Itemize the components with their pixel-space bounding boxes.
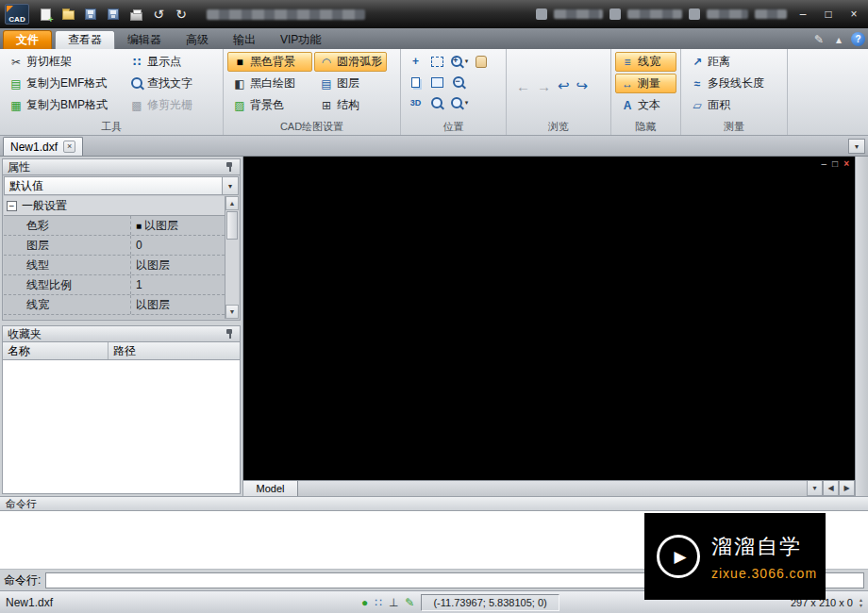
tab-vip[interactable]: VIP功能 — [268, 30, 333, 49]
tab-editor[interactable]: 编辑器 — [115, 30, 174, 49]
tab-advanced[interactable]: 高级 — [174, 30, 221, 49]
zoom-in-button[interactable]: +▾ — [448, 52, 470, 71]
document-tab-label: New1.dxf — [10, 141, 58, 154]
tab-output[interactable]: 输出 — [221, 30, 268, 49]
ribbon-empty-space — [788, 49, 868, 135]
redacted-text — [627, 9, 682, 19]
next-view-button[interactable]: ↪ — [576, 77, 589, 94]
canvas-close-icon[interactable]: × — [843, 158, 849, 170]
distance-button[interactable]: ↗距离 — [685, 52, 783, 72]
tab-list-button[interactable]: ▾ — [848, 139, 865, 154]
tab-viewer[interactable]: 查看器 — [55, 30, 115, 49]
property-group-row[interactable]: − 一般设置 — [4, 196, 225, 216]
tab-close-icon[interactable]: × — [63, 141, 75, 153]
horizontal-scrollbar[interactable] — [298, 481, 807, 496]
osnap-icon[interactable]: ● — [361, 596, 368, 609]
pencil-icon[interactable]: ✎ — [811, 33, 826, 46]
favorites-list[interactable] — [3, 360, 240, 493]
bw-drawing-button[interactable]: ◧黑白绘图 — [227, 74, 312, 93]
pin-icon[interactable] — [225, 328, 235, 340]
minimize-button[interactable]: – — [793, 6, 812, 23]
chevron-down-icon[interactable]: ▾ — [222, 177, 238, 194]
collapse-icon[interactable]: − — [7, 201, 17, 211]
save-disk-icon — [85, 8, 96, 20]
layers-button[interactable]: ▤图层 — [314, 74, 387, 93]
lineweight-toggle-button[interactable]: ≡线宽 — [615, 52, 676, 72]
ortho-icon[interactable]: ⊥ — [389, 596, 398, 609]
close-button[interactable]: × — [844, 6, 863, 23]
orbit-3d-button[interactable]: 3D — [405, 93, 426, 112]
browse-back-button[interactable]: ← — [516, 78, 530, 94]
black-background-button[interactable]: ■黑色背景 — [227, 52, 312, 72]
copy-as-emf-button[interactable]: ▤复制为EMF格式 — [4, 74, 123, 93]
property-row-linetype[interactable]: 线型 以图层 — [4, 256, 225, 275]
polyline-length-button[interactable]: ≈多段线长度 — [685, 74, 783, 93]
copy-as-bmp-button[interactable]: ▦复制为BMP格式 — [4, 95, 123, 115]
document-tab-new1[interactable]: New1.dxf × — [3, 137, 83, 156]
save-button[interactable] — [80, 4, 101, 25]
print-button[interactable] — [125, 4, 146, 25]
draw-pen-icon[interactable]: ✎ — [405, 596, 414, 609]
copy-emf-icon: ▤ — [8, 76, 24, 91]
show-points-button[interactable]: ∷显示点 — [125, 52, 197, 72]
measure-toggle-button[interactable]: ↔测量 — [615, 74, 676, 93]
new-file-button[interactable] — [35, 4, 56, 25]
restore-button[interactable]: □ — [819, 6, 838, 23]
background-color-button[interactable]: ▨背景色 — [227, 95, 312, 115]
undo-button[interactable]: ↺ — [148, 4, 169, 25]
spinner-arrows[interactable]: ▴▾ — [860, 597, 862, 608]
tab-file[interactable]: 文件 — [3, 30, 52, 49]
button-label: 复制为BMP格式 — [26, 97, 108, 113]
grid-icon[interactable]: ∷ — [375, 596, 382, 609]
property-row-linetype-scale[interactable]: 线型比例 1 — [4, 275, 225, 295]
structure-button[interactable]: ⊞结构 — [314, 95, 387, 115]
button-label: 显示点 — [147, 54, 181, 70]
layout-list-icon[interactable]: ▾ — [807, 481, 823, 496]
scrollbar-thumb[interactable] — [226, 211, 238, 240]
drawing-canvas[interactable]: – □ × — [243, 157, 855, 480]
column-header-name[interactable]: 名称 — [3, 342, 108, 359]
pan-button[interactable] — [470, 52, 492, 71]
browse-forward-button[interactable]: → — [537, 78, 551, 94]
property-row-lineweight[interactable]: 线宽 以图层 — [4, 295, 225, 315]
preset-dropdown[interactable]: 默认值 ▾ — [4, 176, 239, 195]
save-all-button[interactable] — [103, 4, 124, 25]
redo-button[interactable]: ↻ — [171, 4, 192, 25]
scroll-left-icon[interactable]: ◀ — [823, 481, 839, 496]
app-logo: CAD — [5, 4, 29, 25]
zoom-position-button[interactable]: + — [405, 52, 426, 71]
zoom-out-button[interactable]: − — [448, 73, 470, 91]
copy-view-button[interactable] — [405, 73, 426, 91]
model-tab[interactable]: Model — [243, 481, 298, 496]
text-toggle-button[interactable]: A文本 — [615, 95, 676, 115]
vertical-scrollbar[interactable] — [855, 157, 868, 496]
property-row-layer[interactable]: 图层 0 — [4, 236, 225, 256]
button-label: 测量 — [638, 75, 660, 91]
help-icon[interactable]: ? — [851, 32, 865, 46]
hand-icon — [476, 56, 487, 68]
zoom-circle-button[interactable] — [426, 93, 448, 112]
properties-scrollbar[interactable]: ▲ ▼ — [225, 196, 239, 319]
property-row-color[interactable]: 色彩 ■以图层 — [4, 216, 225, 236]
zoom-extents-button[interactable]: ▾ — [448, 93, 470, 112]
scroll-right-icon[interactable]: ▶ — [839, 481, 855, 496]
scroll-up-icon[interactable]: ▲ — [225, 196, 239, 210]
pin-icon[interactable] — [225, 161, 235, 173]
open-file-button[interactable] — [58, 4, 78, 25]
group-label-cad-settings: CAD绘图设置 — [227, 120, 396, 135]
scroll-down-icon[interactable]: ▼ — [225, 305, 239, 319]
bw-drawing-icon: ◧ — [232, 76, 247, 91]
collapse-ribbon-icon[interactable]: ▴ — [831, 33, 846, 46]
previous-view-button[interactable]: ↩ — [558, 77, 570, 94]
smooth-arc-button[interactable]: ◠圆滑弧形 — [314, 52, 387, 72]
find-text-button[interactable]: 查找文字 — [125, 74, 197, 93]
column-header-path[interactable]: 路径 — [108, 342, 240, 359]
canvas-minimize-icon[interactable]: – — [822, 158, 827, 170]
area-button[interactable]: ▱面积 — [685, 95, 783, 115]
command-panel-header[interactable]: 命令行 — [0, 496, 868, 511]
cut-frame-button[interactable]: ✂剪切框架 — [4, 52, 123, 72]
canvas-restore-icon[interactable]: □ — [832, 158, 838, 170]
zoom-window-button[interactable] — [426, 52, 448, 71]
zoom-rect-button[interactable] — [426, 73, 448, 91]
button-label: 结构 — [337, 97, 359, 113]
